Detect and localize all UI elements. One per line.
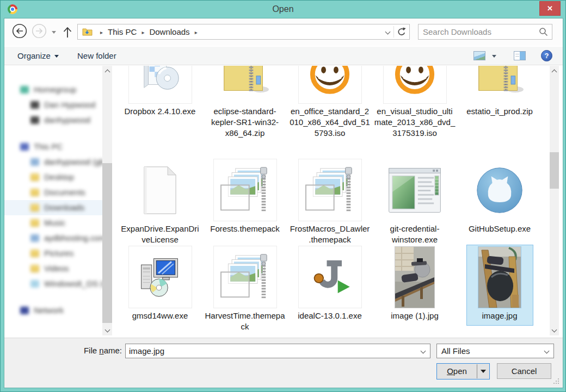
refresh-button[interactable] xyxy=(396,27,407,38)
caret-down-icon xyxy=(481,370,486,373)
up-button[interactable] xyxy=(62,25,73,39)
app-window-icon xyxy=(383,159,447,221)
file-label: image.jpg xyxy=(459,310,540,321)
file-label: idealC-13.0.1.exe xyxy=(289,310,371,321)
sidebar-item-dan-hypwood[interactable]: Dan Hypwood xyxy=(4,97,102,113)
close-button[interactable]: ✕ xyxy=(539,1,561,16)
forward-button-disabled[interactable] xyxy=(32,23,47,39)
breadcrumb-item[interactable]: This PC xyxy=(108,27,137,36)
file-item[interactable]: ExpanDrive.ExpanDriveLicense xyxy=(118,159,202,245)
file-list-scrollbar-thumb[interactable] xyxy=(550,152,559,189)
sidebar-item-label: Music xyxy=(44,215,65,231)
sidebar-item-videos[interactable]: Videos xyxy=(4,261,102,276)
sidebar-item-this-pc[interactable]: This PC xyxy=(4,139,102,154)
sidebar-item-label: Homegroup xyxy=(34,82,76,97)
file-item[interactable]: gmsd14ww.exe xyxy=(118,246,202,321)
sidebar-item-windows8-os-c[interactable]: Windows8_OS (C:) xyxy=(4,276,102,291)
organize-menu[interactable]: Organize xyxy=(17,47,59,65)
help-button[interactable]: ? xyxy=(541,50,552,61)
address-dropdown-chevron-icon[interactable] xyxy=(385,29,391,35)
sidebar-item-label: Pictures xyxy=(44,246,73,261)
zip-folder-icon xyxy=(213,66,277,104)
scroll-down-icon[interactable] xyxy=(102,326,112,335)
file-item[interactable]: Dropbox 2.4.10.exe xyxy=(118,66,202,117)
resize-grip[interactable] xyxy=(553,378,559,384)
file-type-value: All Files xyxy=(441,346,470,356)
daemon-disc-icon xyxy=(298,66,362,104)
file-item[interactable]: FrostMacros_DLawler.themepack xyxy=(287,159,372,245)
file-item[interactable]: eclipse-standard-kepler-SR1-win32-x86_64… xyxy=(202,66,287,139)
file-item[interactable]: Forests.themepack xyxy=(202,159,287,234)
file-name-input[interactable] xyxy=(129,345,412,357)
file-label: Dropbox 2.4.10.exe xyxy=(119,106,201,117)
chevron-down-icon xyxy=(544,349,550,354)
search-box xyxy=(418,24,552,40)
github-icon xyxy=(468,159,532,221)
sidebar-item-music[interactable]: Music xyxy=(4,215,102,231)
file-item[interactable]: en_visual_studio_ultimate_2013_x86_dvd_3… xyxy=(372,66,457,139)
file-item[interactable]: image.jpg xyxy=(457,246,542,321)
photo-2-icon xyxy=(468,246,532,308)
sidebar-scrollbar-thumb[interactable] xyxy=(102,163,112,323)
sidebar-item-label: Dan Hypwood xyxy=(44,97,95,113)
computer-icon xyxy=(20,143,29,151)
themepack-icon xyxy=(213,159,277,221)
file-type-select[interactable]: All Files xyxy=(436,344,554,358)
address-bar[interactable]: ▸This PC▸Downloads▸ xyxy=(77,24,410,40)
sidebar-item-network[interactable]: Network xyxy=(4,303,102,318)
sidebar-item-label: aydbhosting.com xyxy=(44,231,102,246)
open-button[interactable]: Open xyxy=(437,364,477,379)
file-item[interactable]: git-credential-winstore.exe xyxy=(372,159,457,245)
breadcrumb-item[interactable]: Downloads xyxy=(149,27,189,36)
file-item[interactable]: image (1).jpg xyxy=(372,246,457,321)
open-dialog-window: Open ✕ ▸This PC▸Downloads▸ xyxy=(0,0,566,392)
chevron-down-icon[interactable] xyxy=(421,349,426,354)
folder-icon xyxy=(30,265,39,272)
file-label: image (1).jpg xyxy=(374,310,456,321)
organize-label: Organize xyxy=(17,51,51,60)
sidebar-item-label: Desktop xyxy=(44,170,74,185)
search-input[interactable] xyxy=(423,25,537,39)
blank-document-icon xyxy=(128,159,192,221)
file-item[interactable]: HarvestTime.themepack xyxy=(202,246,287,332)
site-icon xyxy=(30,158,39,166)
site-icon xyxy=(30,234,39,242)
new-folder-button[interactable]: New folder xyxy=(77,47,116,65)
file-label: GitHubSetup.exe xyxy=(459,223,540,234)
intellij-icon xyxy=(298,246,362,308)
recent-locations-caret[interactable] xyxy=(52,31,56,34)
sidebar-item-desktop[interactable]: Desktop xyxy=(4,170,102,185)
user-icon xyxy=(30,116,39,124)
sidebar-item-pictures[interactable]: Pictures xyxy=(4,246,102,261)
sidebar-scrollbar[interactable] xyxy=(102,66,112,335)
file-item[interactable]: GitHubSetup.exe xyxy=(457,159,542,234)
file-label: en_visual_studio_ultimate_2013_x86_dvd_3… xyxy=(374,106,456,139)
change-view-button[interactable] xyxy=(473,51,485,60)
search-icon[interactable] xyxy=(539,27,548,36)
file-label: en_office_standard_2010_x86_x64_dvd_5157… xyxy=(289,106,371,139)
file-item[interactable]: idealC-13.0.1.exe xyxy=(287,246,372,321)
preview-pane-button[interactable] xyxy=(514,51,526,60)
change-view-caret-icon[interactable] xyxy=(492,55,496,58)
scroll-up-icon[interactable] xyxy=(550,66,559,76)
file-item[interactable]: estatio_it_prod.zip xyxy=(457,66,542,117)
file-label: HarvestTime.themepack xyxy=(204,310,286,332)
sidebar-item-aydbhosting-com[interactable]: aydbhosting.com xyxy=(4,231,102,246)
breadcrumb-separator-icon[interactable]: ▸ xyxy=(190,29,202,35)
photo-1-icon xyxy=(383,246,447,308)
scroll-up-icon[interactable] xyxy=(102,66,112,76)
sidebar-item-documents[interactable]: Documents xyxy=(4,185,102,200)
sidebar-item-label: This PC xyxy=(34,139,63,154)
open-dropdown-button[interactable] xyxy=(477,364,489,379)
sidebar-item-danhypwood[interactable]: danhypwood xyxy=(4,113,102,128)
file-item[interactable]: en_office_standard_2010_x86_x64_dvd_5157… xyxy=(287,66,372,139)
sidebar-item-homegroup[interactable]: Homegroup xyxy=(4,82,102,97)
file-list: Dropbox 2.4.10.exe eclipse-standard-kepl… xyxy=(113,66,550,335)
file-list-scrollbar[interactable] xyxy=(550,66,559,335)
sidebar-item-downloads[interactable]: Downloads xyxy=(4,200,102,215)
back-button[interactable] xyxy=(12,23,27,39)
titlebar: Open ✕ xyxy=(1,1,565,18)
sidebar-item-danhypwood-gb[interactable]: danhypwood (gb xyxy=(4,154,102,170)
cancel-button[interactable]: Cancel xyxy=(497,363,551,379)
scroll-down-icon[interactable] xyxy=(550,326,559,335)
